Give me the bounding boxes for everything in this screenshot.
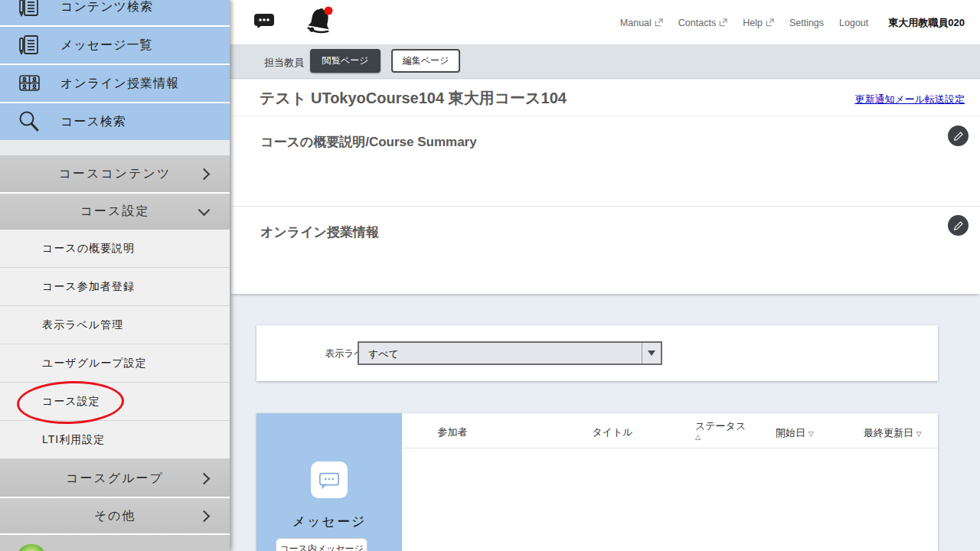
external-link-icon <box>719 18 727 27</box>
sidebar-item-label: オンライン授業情報 <box>60 76 179 92</box>
link-label: Help <box>743 18 763 28</box>
submenu-label: 表示ラベル管理 <box>42 318 123 332</box>
chevron-right-icon <box>198 510 211 522</box>
online-class-grid-icon <box>15 72 44 95</box>
group-label: その他 <box>94 508 136 524</box>
group-label: コースグループ <box>66 471 164 487</box>
column-header-start-date[interactable]: 開始日 ▽ <box>776 426 814 440</box>
sidebar-group-course-settings[interactable]: コース設定 <box>0 194 230 230</box>
content-search-notes-icon <box>15 0 44 18</box>
sidebar-item-display-label-management[interactable]: 表示ラベル管理 <box>0 306 230 344</box>
manual-link[interactable]: Manual <box>620 18 663 28</box>
sort-descending-icon: ▽ <box>808 430 814 438</box>
column-header-title: タイトル <box>574 425 651 439</box>
tab-bar: 担当教員 閲覧ページ 編集ページ <box>230 45 980 79</box>
username-label: 東大用教職員020 <box>888 16 965 30</box>
course-title: テスト UTokyoCourse104 東大用コース104 <box>260 88 567 109</box>
search-icon <box>15 109 44 134</box>
message-bubble-tile <box>311 461 348 498</box>
select-dropdown-arrow-icon[interactable] <box>642 343 661 364</box>
contacts-link[interactable]: Contacts <box>678 18 727 28</box>
header-links: Manual Contacts Help Settings Logout 東大用… <box>620 0 965 45</box>
sidebar-item-message-list[interactable]: メッセージ一覧 <box>0 27 230 64</box>
settings-link[interactable]: Settings <box>789 18 824 28</box>
submenu-label: コースの概要説明 <box>42 242 135 256</box>
notification-badge <box>325 7 333 15</box>
external-link-icon <box>766 18 774 27</box>
column-header-status[interactable]: ステータス △ <box>695 419 746 441</box>
sort-descending-icon: ▽ <box>916 430 922 438</box>
lms-logo <box>18 544 44 551</box>
message-table-panel: メッセージ コース内メッセージ 参加者 タイトル ステータス △ 開始日 ▽ 最… <box>256 413 938 551</box>
column-label: 最終更新日 <box>864 427 913 439</box>
course-summary-section: コースの概要説明/Course Summary <box>231 116 980 207</box>
column-header-last-updated[interactable]: 最終更新日 ▽ <box>864 426 922 440</box>
link-label: Logout <box>839 18 868 28</box>
sidebar-item-online-class-info[interactable]: オンライン授業情報 <box>0 65 230 102</box>
help-link[interactable]: Help <box>743 18 774 28</box>
sidebar-item-label: メッセージ一覧 <box>60 37 153 54</box>
external-link-icon <box>655 18 663 27</box>
display-label-filter-panel: 表示ラベル すべて <box>256 325 938 381</box>
main-area: Manual Contacts Help Settings Logout 東大用… <box>230 0 980 551</box>
sidebar-item-user-group-settings[interactable]: ユーザグループ設定 <box>0 344 230 383</box>
submenu-label: ユーザグループ設定 <box>42 357 147 370</box>
group-label: コースコンテンツ <box>59 166 172 182</box>
role-label: 担当教員 <box>264 56 304 70</box>
notification-bell-icon[interactable] <box>305 5 337 43</box>
sidebar-item-participant-registration[interactable]: コース参加者登録 <box>0 268 230 306</box>
table-header-divider <box>402 448 938 448</box>
sidebar-item-lti-settings[interactable]: LTI利用設定 <box>0 421 230 459</box>
chevron-down-icon <box>198 204 211 217</box>
section-title: オンライン授業情報 <box>260 223 379 241</box>
sidebar-item-course-search[interactable]: コース検索 <box>0 103 230 140</box>
speech-bubble-icon <box>316 468 342 491</box>
column-label: ステータス <box>695 419 746 433</box>
sidebar-group-course-group[interactable]: コースグループ <box>0 460 230 497</box>
logout-link[interactable]: Logout <box>839 18 868 28</box>
online-class-info-section: オンライン授業情報 <box>231 207 980 294</box>
pencil-icon <box>953 131 964 142</box>
message-list-notes-icon <box>15 34 44 57</box>
section-title: コースの概要説明/Course Summary <box>260 133 477 151</box>
top-header: Manual Contacts Help Settings Logout 東大用… <box>230 0 980 45</box>
message-category-card: メッセージ コース内メッセージ <box>256 413 402 551</box>
edit-online-class-info-button[interactable] <box>948 215 969 236</box>
course-title-row: テスト UTokyoCourse104 東大用コース104 更新通知メール転送設… <box>231 80 980 116</box>
edit-course-summary-button[interactable] <box>948 126 969 146</box>
submenu-label: コース参加者登録 <box>42 280 135 294</box>
submenu-label: コース設定 <box>42 395 100 409</box>
sort-ascending-icon: △ <box>695 433 746 441</box>
column-header-participants: 参加者 <box>414 425 491 439</box>
pencil-icon <box>953 220 964 231</box>
tab-view-page[interactable]: 閲覧ページ <box>310 49 381 73</box>
sidebar-item-course-settings[interactable]: コース設定 <box>0 383 230 421</box>
group-label: コース設定 <box>80 204 150 220</box>
sidebar-group-others[interactable]: その他 <box>0 498 230 533</box>
divider <box>0 533 230 535</box>
update-notification-mail-link[interactable]: 更新通知メール転送設定 <box>854 93 965 106</box>
chat-icon[interactable] <box>253 5 276 31</box>
sidebar-group-course-contents[interactable]: コースコンテンツ <box>0 155 230 192</box>
submenu-label: LTI利用設定 <box>42 433 105 447</box>
column-label: 開始日 <box>776 427 805 439</box>
sidebar-item-course-summary[interactable]: コースの概要説明 <box>0 230 230 268</box>
course-message-button[interactable]: コース内メッセージ <box>276 538 368 551</box>
display-label-select[interactable]: すべて <box>358 341 662 365</box>
sidebar: コンテンツ検索 メッセージ一覧 <box>0 0 230 551</box>
sidebar-item-label: コンテンツ検索 <box>60 0 153 15</box>
app-root: コンテンツ検索 メッセージ一覧 <box>0 0 980 551</box>
select-value: すべて <box>368 347 399 361</box>
tab-edit-page[interactable]: 編集ページ <box>391 49 460 73</box>
link-label: Contacts <box>678 18 716 28</box>
chevron-right-icon <box>198 472 211 484</box>
sidebar-item-content-search[interactable]: コンテンツ検索 <box>0 0 230 25</box>
chevron-right-icon <box>198 168 211 180</box>
link-label: Settings <box>789 18 824 28</box>
sidebar-item-label: コース検索 <box>60 114 126 130</box>
message-card-title: メッセージ <box>256 513 402 530</box>
link-label: Manual <box>620 18 652 28</box>
sidebar-spacer <box>0 140 230 155</box>
